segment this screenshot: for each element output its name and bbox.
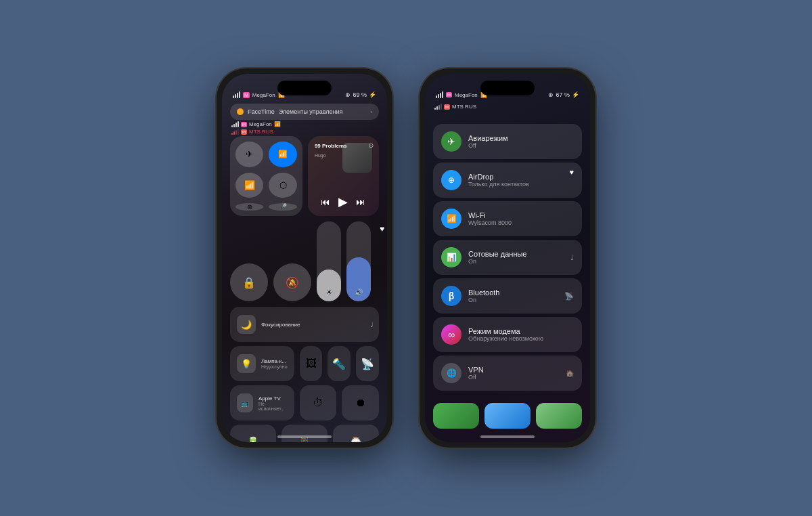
lock-rotation-btn[interactable]: 🔒 bbox=[230, 263, 268, 301]
m-badge-p2: M bbox=[446, 92, 452, 98]
bar bbox=[440, 93, 441, 98]
bottom-tile-3[interactable] bbox=[536, 403, 582, 429]
cellular-row[interactable]: 📊 Сотовые данные On ♩ bbox=[433, 240, 582, 275]
lamp-tile[interactable]: 💡 Лампа-к... Недоступно bbox=[230, 346, 294, 381]
flashlight-icon: 🔦 bbox=[332, 358, 346, 370]
bar bbox=[231, 133, 233, 135]
facetime-bar[interactable]: FaceTime Элементы управления › bbox=[230, 104, 379, 120]
song-title: 99 Problems bbox=[315, 143, 347, 150]
battery-tile[interactable]: 🔋 bbox=[230, 425, 276, 442]
cellular-sub: On bbox=[468, 258, 527, 265]
screen-record-btn[interactable]: ⏺ bbox=[342, 385, 379, 421]
home-indicator-1 bbox=[277, 435, 332, 438]
photo-icon: 🖼 bbox=[306, 358, 317, 370]
wave-icon-p2: 📡 bbox=[564, 292, 574, 301]
bluetooth-title: Bluetooth bbox=[468, 288, 499, 297]
dynamic-island-2 bbox=[480, 81, 535, 95]
phone-2: M MegaFon 📶 ⊕ 67 % ⚡ M MTS RUS bbox=[420, 68, 595, 448]
timer-btn[interactable]: ⏱ bbox=[300, 385, 337, 421]
phone-2-screen: M MegaFon 📶 ⊕ 67 % ⚡ M MTS RUS bbox=[425, 74, 590, 442]
airplane-row[interactable]: ✈ Авиарежим Off bbox=[433, 124, 582, 159]
music-controls: ⏮ ▶ ⏭ bbox=[308, 194, 379, 209]
bluetooth-row[interactable]: β Bluetooth On 📡 bbox=[433, 278, 582, 314]
watch-icon: ⌚ bbox=[349, 436, 363, 443]
megafon-p2: MegaFon bbox=[455, 92, 478, 98]
connectivity-group: ✈ 📶 📶 ⬡ ⊕ 🎤 bbox=[230, 136, 302, 216]
battery-percent-1: 69 % bbox=[353, 91, 367, 98]
music-player-tile[interactable]: 99 Problems Hugo ⏮ ▶ ⏭ ⊙ bbox=[308, 136, 379, 216]
wifi-sub: Wylsacom 8000 bbox=[468, 219, 512, 226]
sliders-row: 🔒 🔕 ☀ 🔊 ♥ bbox=[230, 221, 379, 301]
signal-bar bbox=[233, 95, 234, 98]
signal-bars-1 bbox=[233, 91, 240, 98]
photo-btn[interactable]: 🖼 bbox=[300, 346, 323, 381]
vpn-text: VPN Off bbox=[468, 366, 484, 381]
mts-p2: MTS RUS bbox=[452, 104, 476, 110]
lamp-title: Лампа-к... bbox=[261, 358, 288, 364]
record-icon: ⏺ bbox=[355, 397, 366, 409]
flashlight-btn[interactable]: 🔦 bbox=[328, 346, 351, 381]
play-btn[interactable]: ▶ bbox=[338, 194, 348, 209]
mute-btn[interactable]: 🔕 bbox=[273, 263, 311, 301]
m-badge-mts-p2: M bbox=[444, 104, 450, 110]
bar bbox=[436, 95, 437, 98]
cellular-icon-circle: 📊 bbox=[441, 247, 461, 267]
bar bbox=[436, 106, 438, 110]
bar bbox=[238, 129, 239, 135]
cellular-icon-p2: 📊 bbox=[447, 253, 457, 262]
airplane-mode-btn[interactable]: ✈ bbox=[235, 142, 263, 167]
home-icon-p2: 🏠 bbox=[566, 370, 574, 377]
hotspot-icon-p2: ∞ bbox=[448, 329, 455, 340]
appletv-tile[interactable]: 📺 Apple TV Не исполняет... bbox=[230, 385, 294, 421]
dynamic-island-1 bbox=[277, 81, 332, 95]
bar bbox=[233, 131, 235, 135]
bar bbox=[434, 108, 436, 110]
lamp-row: 💡 Лампа-к... Недоступно 🖼 🔦 📡 bbox=[230, 346, 379, 381]
bluetooth-btn[interactable]: ⬡ bbox=[269, 173, 296, 198]
bar bbox=[233, 124, 235, 127]
signal-bars-megafon bbox=[231, 121, 239, 127]
focus-tile[interactable]: 🌙 Фокусирование ♩ bbox=[230, 307, 379, 342]
bottom-icons-row: 🔋 📱 ⌚ bbox=[230, 425, 379, 442]
bottom-tile-2[interactable] bbox=[484, 403, 531, 429]
wifi-title: Wi-Fi bbox=[468, 211, 512, 219]
focus-icon-1: ⊕ bbox=[345, 91, 351, 98]
carrier-mts-p2: M MTS RUS bbox=[434, 104, 581, 110]
bar bbox=[442, 91, 443, 98]
vpn-row[interactable]: 🌐 VPN Off 🏠 bbox=[433, 356, 582, 391]
wifi-row[interactable]: 📶 Wi-Fi Wylsacom 8000 bbox=[433, 201, 582, 236]
mic-btn[interactable]: 🎤 bbox=[269, 203, 296, 211]
tiles-row1: ✈ 📶 📶 ⬡ ⊕ 🎤 99 bbox=[230, 136, 379, 216]
remote-tile[interactable]: 📱 bbox=[281, 425, 328, 442]
wifi-btn[interactable]: 📶 bbox=[235, 173, 263, 198]
airplay-btn[interactable]: 📡 bbox=[356, 346, 379, 381]
cellular-title: Сотовые данные bbox=[468, 250, 527, 258]
cellular-btn[interactable]: 📶 bbox=[269, 142, 296, 167]
focus-note-icon: ♩ bbox=[370, 321, 374, 328]
watch-tile[interactable]: ⌚ bbox=[333, 425, 379, 442]
status-right-1: ⊕ 69 % ⚡ bbox=[345, 91, 376, 98]
next-btn[interactable]: ⏭ bbox=[356, 196, 365, 207]
airdrop-row[interactable]: ⊕ AirDrop Только для контактов ♥ bbox=[433, 163, 582, 198]
airplane-title: Авиарежим bbox=[468, 134, 508, 142]
volume-fill: 🔊 bbox=[346, 257, 371, 301]
prev-btn[interactable]: ⏮ bbox=[321, 196, 330, 207]
battery-icon-tile: 🔋 bbox=[246, 436, 260, 443]
brightness-slider[interactable]: ☀ bbox=[317, 221, 341, 301]
signal-bars-mts bbox=[231, 129, 239, 135]
bar bbox=[235, 123, 237, 127]
cellular-text: Сотовые данные On bbox=[468, 250, 527, 265]
wifi-icon-circle: 📶 bbox=[441, 209, 461, 229]
airdrop-btn[interactable]: ⊕ bbox=[235, 203, 263, 211]
m-badge-mega: M bbox=[241, 122, 247, 127]
bottom-tile-1[interactable] bbox=[433, 403, 479, 429]
hotspot-row[interactable]: ∞ Режим модема Обнаружение невозможно bbox=[433, 317, 582, 352]
carrier-row-1: M MegaFon 📶 M MTS RUS bbox=[231, 121, 378, 135]
volume-slider[interactable]: 🔊 bbox=[346, 221, 371, 301]
focus-text: Фокусирование bbox=[261, 322, 300, 328]
focus-icon-p2: ⊕ bbox=[548, 91, 554, 98]
status-right-2: ⊕ 67 % ⚡ bbox=[548, 91, 579, 98]
vpn-icon-p2: 🌐 bbox=[447, 368, 457, 378]
heart-icon: ♥ bbox=[380, 224, 384, 234]
airplay-icon[interactable]: ⊙ bbox=[368, 142, 374, 149]
